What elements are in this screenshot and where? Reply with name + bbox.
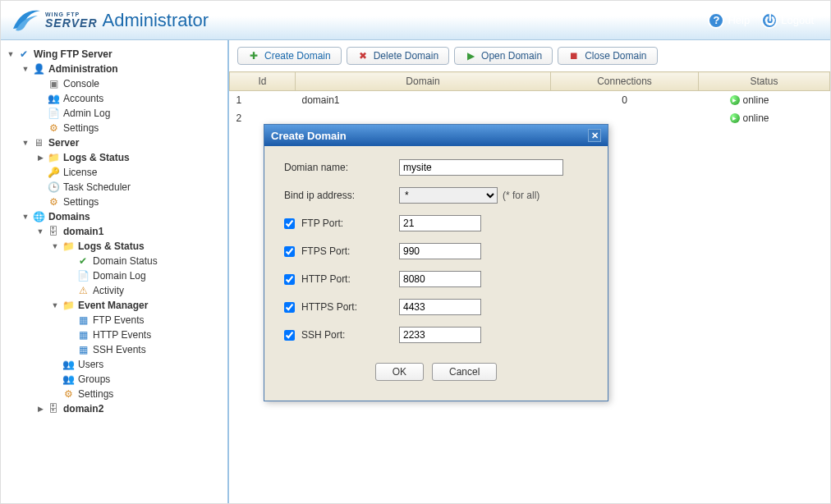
http-label: HTTP Port:	[301, 273, 351, 285]
tree-server-logs[interactable]: ▶📁Logs & Status	[30, 150, 227, 165]
log-icon: 📄	[47, 107, 60, 120]
http-checkbox[interactable]	[284, 274, 295, 285]
domains-table: Id Domain Connections Status 1 domain1 0…	[229, 71, 830, 127]
ftps-label: FTPS Port:	[301, 245, 350, 257]
dialog-titlebar[interactable]: Create Domain ✕	[264, 125, 608, 146]
clock-icon: 🕒	[47, 181, 60, 194]
tree-root[interactable]: ▼ ✔ Wing FTP Server	[1, 47, 227, 62]
header: WING FTP SERVER Administrator ? Help ⏻ L…	[1, 1, 830, 40]
ftps-checkbox[interactable]	[284, 246, 295, 257]
dialog-close-button[interactable]: ✕	[588, 129, 601, 142]
chevron-down-icon: ▼	[21, 138, 30, 148]
delete-icon: ✖	[357, 50, 369, 62]
accounts-icon: 👥	[47, 92, 60, 105]
tree-ssh-events[interactable]: ▦SSH Events	[60, 342, 227, 357]
drive-icon: 🗄	[47, 402, 60, 415]
event-icon: ▦	[76, 328, 90, 341]
logout-link[interactable]: ⏻ Logout	[761, 12, 814, 29]
toolbar: ✚Create Domain ✖Delete Domain ▶Open Doma…	[229, 40, 830, 71]
tree-groups[interactable]: 👥Groups	[45, 372, 227, 387]
users-icon: 👥	[62, 358, 75, 371]
tree-event-manager[interactable]: ▼ 📁 Event Manager	[45, 298, 227, 313]
ok-button[interactable]: OK	[375, 363, 424, 381]
bind-ip-select[interactable]: *	[399, 187, 498, 204]
gear-icon: ⚙	[47, 195, 60, 208]
logo-text-big: SERVER	[45, 17, 98, 29]
tree-activity[interactable]: ⚠Activity	[60, 283, 227, 298]
ftp-port-input[interactable]	[399, 215, 481, 231]
tree-license[interactable]: 🔑License	[30, 165, 227, 180]
chevron-down-icon: ▼	[21, 64, 30, 74]
tree-domain1[interactable]: ▼ 🗄 domain1	[30, 224, 227, 239]
tree-admin-label: Administration	[48, 63, 118, 75]
tree-users[interactable]: 👥Users	[45, 357, 227, 372]
close-icon: ⏹	[568, 50, 580, 62]
open-domain-button[interactable]: ▶Open Domain	[454, 47, 553, 65]
delete-domain-button[interactable]: ✖Delete Domain	[347, 47, 449, 65]
http-port-input[interactable]	[399, 271, 481, 287]
check-icon: ✔	[76, 254, 90, 268]
tree-http-events[interactable]: ▦HTTP Events	[60, 328, 227, 342]
col-id[interactable]: Id	[230, 72, 296, 91]
tree-domains-label: Domains	[48, 211, 90, 222]
tree-domains[interactable]: ▼ 🌐 Domains	[16, 209, 227, 224]
power-icon: ⏻	[761, 12, 778, 29]
tree-server[interactable]: ▼ 🖥 Server	[16, 135, 227, 150]
col-status[interactable]: Status	[699, 72, 830, 91]
open-icon: ▶	[465, 50, 476, 62]
table-row[interactable]: 1 domain1 0 online	[230, 91, 830, 110]
chevron-down-icon: ▼	[35, 227, 45, 236]
help-link[interactable]: ? Help	[708, 12, 750, 29]
help-label: Help	[728, 14, 750, 26]
page-title: Administrator	[103, 10, 209, 31]
tree-d1-settings[interactable]: ⚙Settings	[45, 387, 227, 401]
chevron-down-icon: ▼	[50, 241, 60, 251]
event-icon: ▦	[76, 343, 90, 356]
globe-icon: 🌐	[32, 210, 45, 223]
create-domain-button[interactable]: ✚Create Domain	[237, 47, 342, 65]
https-checkbox[interactable]	[284, 302, 295, 313]
tree-admin-log[interactable]: 📄Admin Log	[30, 106, 227, 121]
folder-icon: 📁	[47, 151, 60, 164]
tree-server-settings[interactable]: ⚙Settings	[30, 195, 227, 209]
tree-ftp-events[interactable]: ▦FTP Events	[60, 313, 227, 328]
plus-icon: ✚	[248, 50, 259, 62]
dialog-title-text: Create Domain	[271, 130, 347, 142]
drive-icon: 🗄	[47, 225, 60, 238]
ftps-port-input[interactable]	[399, 243, 481, 259]
status-badge: online	[705, 94, 824, 106]
tree-console[interactable]: ▣Console	[30, 76, 227, 91]
tree-d1-logs[interactable]: ▼ 📁 Logs & Status	[45, 239, 227, 254]
bind-ip-label: Bind ip address:	[284, 190, 355, 201]
tree-domain-log[interactable]: 📄Domain Log	[60, 268, 227, 283]
domain-name-input[interactable]	[399, 159, 563, 176]
tree-administration[interactable]: ▼ 👤 Administration	[16, 62, 227, 76]
tree-accounts[interactable]: 👥Accounts	[30, 91, 227, 106]
online-icon	[730, 113, 740, 123]
bind-ip-hint: (* for all)	[503, 190, 539, 201]
ssh-label: SSH Port:	[301, 329, 345, 341]
log-icon: 📄	[76, 269, 90, 282]
tree-server-label: Server	[48, 137, 79, 149]
https-label: HTTPS Port:	[301, 301, 357, 313]
tower-icon: 🖥	[32, 136, 45, 149]
tree-domain-status[interactable]: ✔Domain Status	[60, 254, 227, 268]
ssh-port-input[interactable]	[399, 327, 481, 343]
col-connections[interactable]: Connections	[551, 72, 699, 91]
gear-icon: ⚙	[62, 387, 75, 401]
https-port-input[interactable]	[399, 299, 481, 315]
help-icon: ?	[708, 12, 724, 29]
close-domain-button[interactable]: ⏹Close Domain	[558, 47, 657, 65]
tree-admin-settings[interactable]: ⚙Settings	[30, 121, 227, 135]
status-badge: online	[705, 112, 824, 124]
key-icon: 🔑	[47, 166, 60, 179]
tree-task-scheduler[interactable]: 🕒Task Scheduler	[30, 180, 227, 195]
ssh-checkbox[interactable]	[284, 330, 295, 341]
ftp-checkbox[interactable]	[284, 218, 295, 229]
create-domain-dialog: Create Domain ✕ Domian name: Bind ip add…	[264, 124, 608, 401]
server-icon: ✔	[17, 48, 30, 61]
sidebar: ▼ ✔ Wing FTP Server ▼ 👤 Administration	[1, 40, 229, 503]
cancel-button[interactable]: Cancel	[432, 363, 497, 381]
tree-domain2[interactable]: ▶ 🗄 domain2	[30, 401, 227, 416]
col-domain[interactable]: Domain	[296, 72, 551, 91]
